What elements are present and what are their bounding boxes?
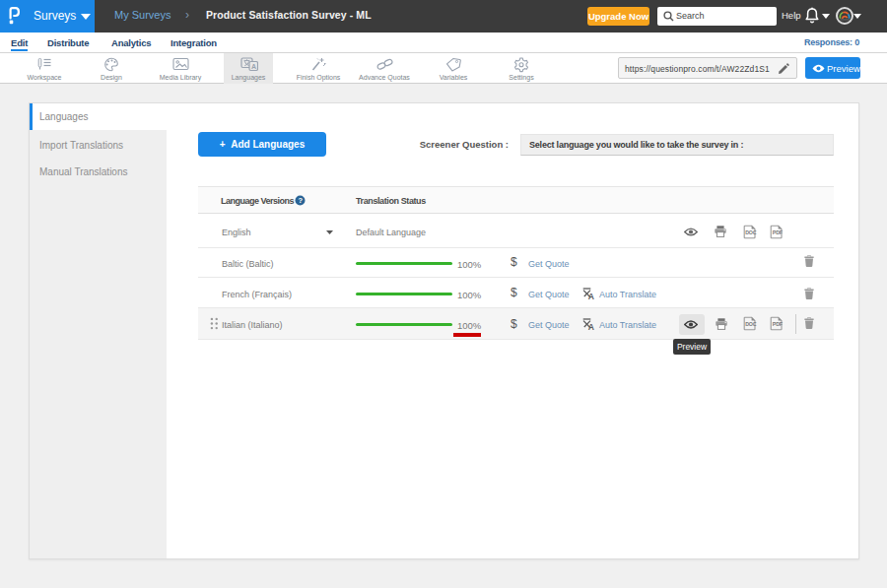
svg-text:A: A: [251, 63, 256, 70]
svg-text:DOC: DOC: [745, 321, 757, 327]
svg-text:PDF: PDF: [773, 229, 784, 235]
svg-text:DOC: DOC: [745, 229, 757, 235]
svg-text:PDF: PDF: [773, 321, 784, 327]
svg-text:A: A: [588, 322, 594, 330]
svg-text:?: ?: [298, 196, 303, 205]
svg-text:A: A: [588, 292, 594, 299]
